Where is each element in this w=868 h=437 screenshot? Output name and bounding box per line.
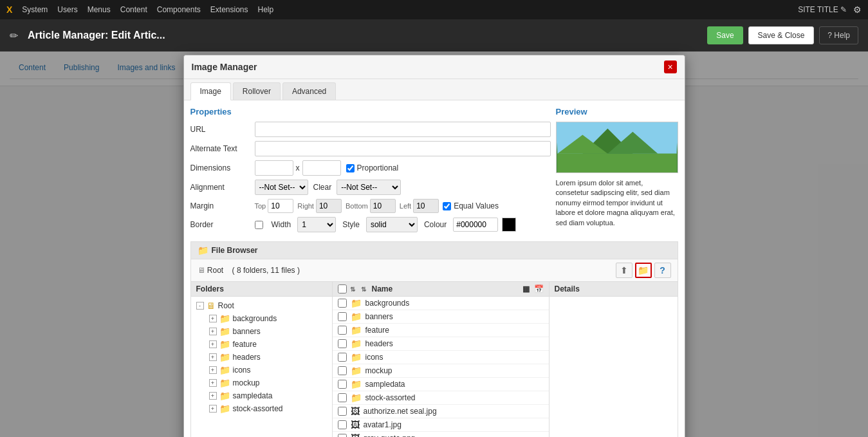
file-checkbox-avatar[interactable]: [338, 420, 347, 429]
help-button[interactable]: ? Help: [819, 26, 858, 44]
equal-values-label: Equal Values: [443, 201, 499, 210]
preview-image: [556, 122, 678, 173]
nav-content[interactable]: Content: [120, 5, 147, 14]
file-checkbox-stock[interactable]: [338, 393, 347, 402]
dimensions-height-input[interactable]: [302, 160, 341, 176]
file-checkbox-gray[interactable]: [338, 434, 347, 437]
margin-left-input[interactable]: [413, 199, 439, 213]
file-checkbox-feature[interactable]: [338, 326, 347, 335]
sampledata-files-icon: 📁: [351, 379, 362, 389]
clear-select[interactable]: --Not Set-- Left Right Both: [337, 180, 401, 195]
tree-item-feature[interactable]: + 📁 feature: [207, 338, 329, 351]
nav-users[interactable]: Users: [57, 5, 77, 14]
sampledata-label: sampledata: [233, 391, 273, 400]
file-item-banners[interactable]: 📁 banners: [333, 310, 549, 324]
expand-mockup[interactable]: +: [209, 379, 217, 387]
proportional-checkbox[interactable]: [346, 164, 355, 172]
mockup-files-name: mockup: [365, 366, 392, 375]
alternate-text-input[interactable]: [255, 141, 551, 156]
file-browser-path: 🖥 Root ( 8 folders, 11 files ): [198, 266, 616, 275]
details-panel: Details: [549, 282, 678, 437]
border-checkbox[interactable]: [255, 221, 263, 229]
file-checkbox-sampledata[interactable]: [338, 380, 347, 389]
dialog-close-button[interactable]: ×: [664, 60, 677, 73]
tree-item-headers[interactable]: + 📁 headers: [207, 351, 329, 364]
equal-values-checkbox[interactable]: [443, 202, 451, 210]
expand-backgrounds[interactable]: +: [209, 315, 217, 322]
file-checkbox-icons[interactable]: [338, 353, 347, 362]
border-width-select[interactable]: 123: [297, 217, 336, 232]
nav-menus[interactable]: Menus: [88, 5, 111, 14]
tree-item-backgrounds[interactable]: + 📁 backgrounds: [207, 312, 329, 325]
preview-text: Lorem ipsum dolor sit amet, consetetur s…: [556, 178, 678, 228]
save-button[interactable]: Save: [707, 26, 743, 44]
file-item-authorize[interactable]: 🖼 authorize.net seal.jpg: [333, 405, 549, 418]
file-checkbox-authorize[interactable]: [338, 407, 347, 416]
border-style-select[interactable]: soliddasheddotted: [366, 217, 418, 232]
authorize-img-icon: 🖼: [351, 406, 360, 416]
grid-view-icon[interactable]: 📅: [534, 284, 544, 293]
feature-label: feature: [233, 340, 257, 349]
file-item-icons[interactable]: 📁 icons: [333, 351, 549, 364]
tab-image[interactable]: Image: [190, 82, 231, 100]
expand-icons[interactable]: +: [209, 366, 217, 374]
tree-item-icons[interactable]: + 📁 icons: [207, 364, 329, 377]
expand-headers[interactable]: +: [209, 353, 217, 361]
root-label: Root: [218, 301, 234, 310]
file-checkbox-backgrounds[interactable]: [338, 299, 347, 308]
dimensions-width-input[interactable]: [255, 160, 293, 176]
gear-icon[interactable]: ⚙: [853, 5, 862, 15]
create-folder-button[interactable]: 📁: [635, 263, 652, 278]
tree-item-mockup[interactable]: + 📁 mockup: [207, 377, 329, 389]
expand-feature[interactable]: +: [209, 340, 217, 348]
dialog-body: Properties URL Alternate Text: [184, 100, 685, 437]
banners-name: banners: [365, 312, 393, 321]
file-item-feature[interactable]: 📁 feature: [333, 324, 549, 337]
backgrounds-icon: 📁: [351, 298, 362, 308]
url-input[interactable]: [255, 122, 551, 137]
nav-system[interactable]: System: [22, 5, 48, 14]
margin-top-field: Top: [255, 199, 294, 213]
sort-icon-2[interactable]: ⇅: [361, 286, 366, 293]
margin-top-input[interactable]: [268, 199, 293, 213]
margin-right-input[interactable]: [316, 199, 342, 213]
file-item-mockup[interactable]: 📁 mockup: [333, 364, 549, 378]
colour-label: Colour: [424, 220, 447, 229]
file-item-stock[interactable]: 📁 stock-assorted: [333, 391, 549, 405]
list-view-icon[interactable]: ▦: [522, 284, 530, 293]
expand-stock[interactable]: +: [209, 405, 217, 413]
tree-item-root[interactable]: - 🖥 Root: [194, 299, 329, 312]
sort-icon-1[interactable]: ⇅: [350, 286, 355, 293]
margin-bottom-input[interactable]: [370, 199, 396, 213]
help-icon-button[interactable]: ?: [654, 263, 671, 278]
tab-rollover[interactable]: Rollover: [233, 82, 281, 100]
file-item-avatar[interactable]: 🖼 avatar1.jpg: [333, 418, 549, 432]
colour-input[interactable]: [453, 218, 498, 232]
expand-sampledata[interactable]: +: [209, 392, 217, 400]
file-item-gray-quote[interactable]: 🖼 gray-quote.png: [333, 432, 549, 437]
mockup-folder-icon: 📁: [219, 378, 230, 388]
tree-item-banners[interactable]: + 📁 banners: [207, 325, 329, 338]
save-close-button[interactable]: Save & Close: [748, 26, 815, 44]
nav-extensions[interactable]: Extensions: [210, 5, 248, 14]
toolbar-buttons: ⬆ 📁 ?: [616, 263, 671, 278]
nav-help[interactable]: Help: [258, 5, 274, 14]
file-item-headers[interactable]: 📁 headers: [333, 337, 549, 351]
expand-banners[interactable]: +: [209, 328, 217, 335]
alignment-select[interactable]: --Not Set-- Left Right Center: [255, 180, 308, 195]
tree-item-sampledata[interactable]: + 📁 sampledata: [207, 389, 329, 402]
nav-components[interactable]: Components: [157, 5, 201, 14]
file-item-backgrounds[interactable]: 📁 backgrounds: [333, 297, 549, 310]
expand-root[interactable]: -: [196, 302, 204, 310]
tree-item-stock[interactable]: + 📁 stock-assorted: [207, 402, 329, 415]
color-swatch[interactable]: [502, 218, 516, 232]
tab-advanced[interactable]: Advanced: [282, 82, 336, 100]
file-checkbox-banners[interactable]: [338, 312, 347, 321]
file-checkbox-mockup[interactable]: [338, 366, 347, 375]
file-item-sampledata[interactable]: 📁 sampledata: [333, 378, 549, 391]
file-checkbox-headers[interactable]: [338, 339, 347, 348]
select-all-checkbox[interactable]: [338, 284, 347, 293]
avatar-img-icon: 🖼: [351, 420, 360, 430]
gray-file-name: gray-quote.png: [364, 434, 416, 437]
upload-button[interactable]: ⬆: [616, 263, 633, 278]
